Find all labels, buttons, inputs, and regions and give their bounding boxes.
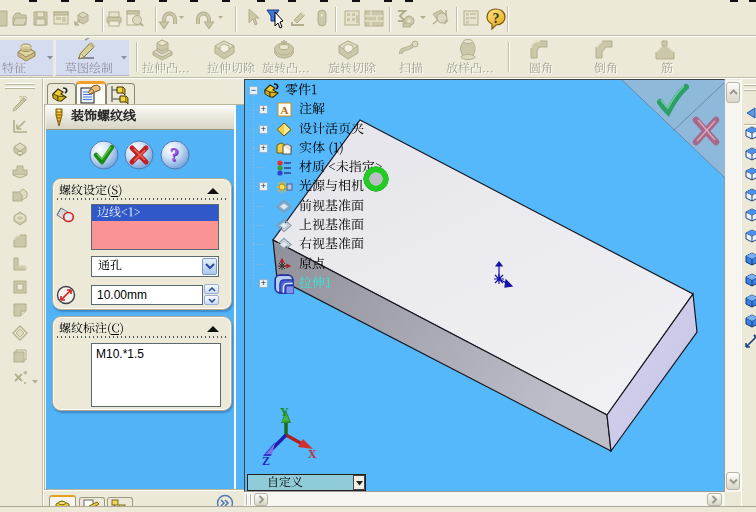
svg-text:Y: Y	[280, 405, 289, 419]
svg-text:?: ?	[493, 11, 500, 26]
svg-text:?: ?	[169, 144, 179, 165]
svg-text:X: X	[308, 447, 317, 461]
svg-text:3D: 3D	[19, 95, 28, 102]
svg-text:Z: Z	[262, 454, 270, 467]
